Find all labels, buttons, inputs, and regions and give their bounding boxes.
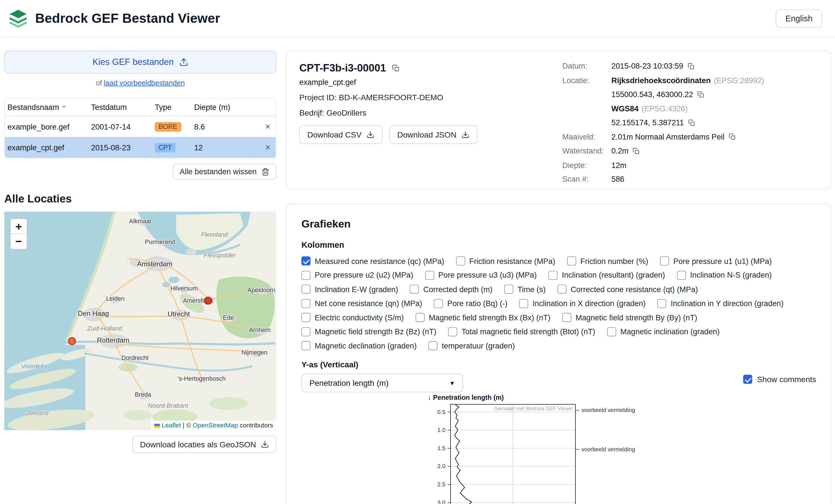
app-logo-icon — [7, 8, 29, 29]
company-value: GeoDrillers — [326, 108, 366, 117]
column-checkbox[interactable]: Corrected depth (m) — [410, 285, 492, 294]
checkbox-unchecked-icon — [677, 271, 686, 280]
column-checkbox[interactable]: Inclination N-S (graden) — [677, 271, 772, 280]
column-checkbox[interactable]: Pore pressure u3 (u3) (MPa) — [425, 271, 537, 280]
file-test-date: 2001-07-14 — [89, 116, 153, 137]
column-checkbox[interactable]: Magnetic field strength Bz (Bz) (nT) — [302, 327, 436, 336]
column-checkbox[interactable]: Friction number (%) — [567, 256, 648, 266]
location-marker[interactable] — [204, 297, 212, 305]
column-checkbox[interactable]: Pore pressure u2 (u2) (MPa) — [302, 271, 413, 280]
column-checkbox[interactable]: Corrected cone resistance (qt) (MPa) — [557, 285, 698, 294]
copy-value-button[interactable] — [632, 146, 641, 155]
zoom-out-button[interactable]: − — [11, 234, 26, 249]
column-checkbox[interactable]: Time (s) — [504, 285, 546, 294]
copy-value-button[interactable] — [728, 132, 737, 141]
column-checkbox[interactable]: Inclination E-W (graden) — [302, 285, 398, 294]
column-checkbox[interactable]: Pore pressure u1 (u1) (MPa) — [660, 256, 772, 266]
column-checkbox-label: Magnetic declination (graden) — [314, 341, 416, 350]
svg-text:voorbeeld vermelding: voorbeeld vermelding — [582, 446, 635, 453]
file-row[interactable]: example_cpt.gef2015-08-23CPT12× — [5, 137, 276, 158]
meta-label — [562, 89, 611, 100]
files-table-container: BestandsnaamTestdatumTypeDiepte (m) exam… — [4, 98, 277, 158]
copy-value-button[interactable] — [696, 90, 705, 99]
osm-link[interactable]: OpenStreetMap — [192, 422, 238, 429]
file-row[interactable]: example_bore.gef2001-07-14BORE8.6× — [5, 116, 276, 137]
column-checkbox[interactable]: Friction resistance (MPa) — [456, 256, 555, 266]
file-detail-card: CPT-F3b-i3-00001 example_cpt.gef Project… — [286, 51, 831, 189]
download-csv-label: Download CSV — [307, 130, 361, 139]
meta-value: Rijksdriehoekscoördinaten(EPSG:28992) — [611, 75, 822, 85]
clear-all-files-button[interactable]: Alle bestanden wissen — [173, 164, 277, 180]
zoom-in-button[interactable]: + — [11, 219, 26, 234]
remove-file-button[interactable]: × — [262, 121, 273, 132]
column-header-1[interactable]: Testdatum — [89, 99, 153, 116]
language-button[interactable]: English — [776, 9, 822, 28]
checkbox-unchecked-icon — [549, 271, 558, 280]
location-marker[interactable] — [68, 337, 76, 345]
load-examples-link[interactable]: laad voorbeeldbestanden — [104, 79, 185, 87]
download-icon — [261, 440, 269, 448]
copy-icon — [392, 64, 399, 72]
download-geojson-button[interactable]: Download locaties als GeoJSON — [133, 435, 277, 453]
checkbox-unchecked-icon — [302, 271, 311, 280]
column-checkbox[interactable]: Inclination (resultant) (graden) — [549, 271, 665, 280]
column-checkbox[interactable]: temperatuur (graden) — [428, 341, 515, 350]
checkbox-unchecked-icon — [434, 299, 443, 308]
copy-value-button[interactable] — [687, 62, 696, 70]
column-checkbox-label: Electric conductivity (S/m) — [314, 313, 404, 322]
copy-icon — [633, 147, 640, 154]
remove-file-button[interactable]: × — [262, 142, 273, 153]
meta-value: 0.2m — [611, 146, 822, 156]
checkbox-unchecked-icon — [504, 285, 513, 294]
page-title: Bedrock GEF Bestand Viewer — [35, 11, 220, 26]
column-checkbox[interactable]: Magnetic inclination (graden) — [607, 327, 719, 336]
meta-value: 2.01m Normaal Amsterdams Peil — [611, 131, 822, 142]
column-checkbox[interactable]: Magnetic field strength By (By) (nT) — [562, 313, 697, 322]
column-checkbox-label: Magnetic inclination (graden) — [620, 327, 720, 336]
column-checkbox[interactable]: Inclination in X direction (graden) — [519, 299, 646, 308]
meta-value: 12m — [611, 160, 822, 170]
meta-label: Waterstand: — [562, 146, 611, 156]
column-checkbox[interactable]: Magnetic field strength Bx (Bx) (nT) — [415, 313, 551, 322]
svg-text:2.5: 2.5 — [437, 481, 446, 487]
checkbox-unchecked-icon — [607, 327, 616, 336]
locations-map[interactable]: AlkmaarPurmerendFlevolandAmsterdamFlevop… — [4, 212, 277, 430]
column-checkbox-label: Inclination in X direction (graden) — [533, 299, 646, 308]
file-depth: 12 — [192, 137, 254, 158]
column-header-3[interactable]: Diepte (m) — [192, 99, 254, 116]
leaflet-link[interactable]: Leaflet — [162, 422, 181, 429]
svg-text:2.0: 2.0 — [437, 463, 446, 469]
y-axis-select[interactable]: Penetration length (m) ▼ — [302, 374, 463, 392]
charts-card: Grafieken Kolommen Measured cone resista… — [286, 204, 831, 504]
svg-text:voorbeeld vermelding: voorbeeld vermelding — [582, 407, 635, 413]
copy-value-button[interactable] — [687, 118, 696, 127]
download-csv-button[interactable]: Download CSV — [299, 125, 383, 144]
column-checkbox[interactable]: Electric conductivity (S/m) — [302, 313, 404, 322]
checkbox-unchecked-icon — [425, 271, 434, 280]
show-comments-checkbox[interactable]: Show comments — [743, 375, 816, 384]
or-text: of — [96, 79, 102, 87]
checkbox-unchecked-icon — [302, 313, 311, 322]
column-header-2[interactable]: Type — [153, 99, 192, 116]
column-checkbox-label: Pore ratio (Bq) (-) — [447, 299, 508, 308]
checkbox-checked-icon — [302, 256, 311, 266]
column-checkbox-label: Pore pressure u2 (u2) (MPa) — [314, 271, 413, 279]
column-checkbox[interactable]: Total magnetic field strength (Btot) (nT… — [448, 327, 595, 336]
column-checkbox[interactable]: Pore ratio (Bq) (-) — [434, 299, 508, 308]
column-checkbox[interactable]: Magnetic declination (graden) — [302, 341, 416, 350]
column-checkbox[interactable]: Net cone resistance (qn) (MPa) — [302, 299, 422, 308]
sounding-title: CPT-F3b-i3-00001 — [299, 62, 386, 74]
column-checkbox[interactable]: Inclination in Y direction (graden) — [657, 299, 784, 308]
column-checkbox[interactable]: Measured cone resistance (qc) (MPa) — [302, 256, 444, 266]
copy-icon — [688, 119, 695, 126]
download-icon — [366, 131, 374, 139]
choose-gef-files-button[interactable]: Kies GEF bestanden — [4, 51, 277, 74]
column-header-0[interactable]: Bestandsnaam — [5, 99, 89, 116]
svg-text:Gemaakt met Bedrock GEF Viewer: Gemaakt met Bedrock GEF Viewer — [494, 406, 573, 412]
download-json-button[interactable]: Download JSON — [389, 125, 477, 144]
y-axis-selected-value: Penetration length (m) — [309, 378, 389, 387]
meta-value: 155000.543, 463000.22 — [611, 89, 822, 100]
meta-label: Maaiveld: — [562, 131, 611, 142]
copy-title-button[interactable] — [391, 63, 401, 73]
download-icon — [462, 131, 469, 139]
